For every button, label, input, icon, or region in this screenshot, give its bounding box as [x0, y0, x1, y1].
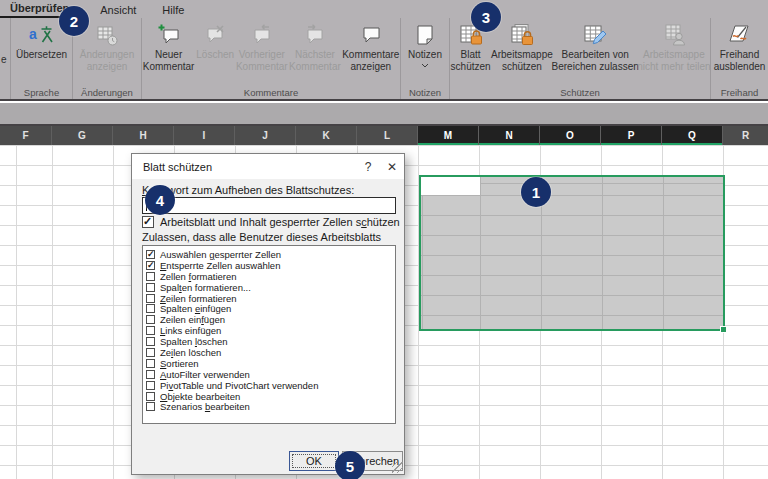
button-label: anzeigen — [87, 61, 128, 73]
list-item[interactable]: Zeilen löschen — [146, 347, 395, 358]
button-label: Nächster — [295, 49, 335, 61]
column-header-p[interactable]: P — [601, 126, 662, 145]
button-label: schützen — [502, 61, 542, 73]
list-item[interactable]: Entsperrte Zellen auswählen — [146, 260, 395, 271]
neuer-kommentar-button[interactable]: Neuer Kommentar — [142, 21, 195, 73]
list-item[interactable]: Spalten formatieren... — [146, 282, 395, 293]
button-label: Löschen — [196, 49, 234, 61]
column-header-j[interactable]: J — [235, 126, 296, 145]
option-checkbox[interactable] — [146, 348, 155, 357]
option-label: Sortieren — [160, 358, 199, 369]
option-checkbox[interactable] — [146, 326, 155, 335]
option-checkbox[interactable] — [146, 359, 155, 368]
password-input[interactable] — [142, 197, 396, 214]
button-label: Kommentar — [143, 61, 195, 73]
selected-range[interactable] — [419, 175, 725, 331]
protect-contents-checkbox-row[interactable]: Arbeitsblatt und Inhalt gesperrter Zelle… — [142, 216, 400, 228]
option-checkbox[interactable] — [146, 250, 155, 259]
option-label: Zeilen einfügen — [160, 314, 225, 325]
button-label: Arbeitsmappe — [643, 49, 705, 61]
unshare-workbook-icon — [661, 23, 687, 47]
annotation-step-3: 3 — [471, 2, 501, 32]
list-item[interactable]: Zeilen einfügen — [146, 314, 395, 325]
option-checkbox[interactable] — [146, 261, 155, 270]
option-label: Spalten formatieren... — [160, 282, 251, 293]
ribbon-tabs: Überprüfen Ansicht Hilfe — [0, 0, 768, 18]
option-label: Entsperrte Zellen auswählen — [160, 260, 280, 271]
column-header-f[interactable]: F — [0, 126, 52, 145]
ribbon: Überprüfen Ansicht Hilfe e a Übersetzen — [0, 0, 768, 101]
arbeitsmappe-schuetzen-button[interactable]: Arbeitsmappe schützen — [491, 21, 552, 73]
permissions-listbox[interactable]: Auswählen gesperrter Zellen Entsperrte Z… — [142, 245, 396, 424]
tab-ansicht[interactable]: Ansicht — [87, 2, 149, 18]
option-checkbox[interactable] — [146, 283, 155, 292]
notizen-button[interactable]: Notizen — [406, 21, 444, 69]
column-header-h[interactable]: H — [113, 126, 174, 145]
list-item[interactable]: Auswählen gesperrter Zellen — [146, 249, 395, 260]
option-checkbox[interactable] — [146, 370, 155, 379]
option-checkbox[interactable] — [146, 402, 155, 411]
fill-handle[interactable] — [720, 326, 727, 333]
list-item[interactable]: AutoFilter verwenden — [146, 369, 395, 380]
column-header-q[interactable]: Q — [662, 126, 723, 145]
vorheriger-kommentar-button: Vorheriger Kommentar — [235, 21, 288, 73]
list-item[interactable]: Spalten löschen — [146, 336, 395, 347]
column-header-r[interactable]: R — [723, 126, 768, 145]
active-cell[interactable] — [421, 177, 480, 195]
list-item[interactable]: Links einfügen — [146, 325, 395, 336]
list-item[interactable]: Sortieren — [146, 358, 395, 369]
next-comment-icon — [302, 23, 328, 47]
dialog-help-button[interactable]: ? — [356, 154, 380, 179]
svg-text:a: a — [29, 26, 37, 42]
resize-grip[interactable] — [392, 462, 403, 473]
annotation-step-4: 4 — [145, 185, 175, 215]
list-item[interactable]: Spalten einfügen — [146, 303, 395, 314]
group-label-kommentare: Kommentare — [142, 87, 400, 98]
button-label: nicht mehr teilen — [637, 61, 710, 73]
new-comment-icon — [156, 23, 182, 47]
list-item[interactable]: Zellen formatieren — [146, 271, 395, 282]
column-header-o[interactable]: O — [540, 126, 601, 145]
freihand-ausblenden-button[interactable]: Freihand ausblenden — [712, 21, 768, 73]
button-label: schützen — [451, 61, 491, 73]
ok-button[interactable]: OK — [289, 451, 339, 471]
list-item[interactable]: PivotTable und PivotChart verwenden — [146, 380, 395, 391]
option-checkbox[interactable] — [146, 304, 155, 313]
column-header-n[interactable]: N — [479, 126, 540, 145]
list-item[interactable]: Objekte bearbeiten — [146, 391, 395, 402]
column-header-m[interactable]: M — [418, 126, 479, 145]
option-label: Auswählen gesperrter Zellen — [160, 249, 281, 260]
column-header-i[interactable]: I — [174, 126, 235, 145]
group-label-aenderungen: Änderungen — [73, 87, 141, 98]
option-checkbox[interactable] — [146, 392, 155, 401]
option-label: Objekte bearbeiten — [160, 391, 240, 402]
option-checkbox[interactable] — [146, 272, 155, 281]
option-checkbox[interactable] — [146, 294, 155, 303]
annotation-step-1: 1 — [521, 177, 551, 207]
excel-window: Überprüfen Ansicht Hilfe e a Übersetzen — [0, 0, 768, 479]
column-header-k[interactable]: K — [296, 126, 357, 145]
tab-hilfe[interactable]: Hilfe — [149, 2, 197, 18]
button-label: Freihand — [720, 49, 759, 61]
option-label: Spalten löschen — [160, 336, 228, 347]
option-checkbox[interactable] — [146, 381, 155, 390]
option-label: AutoFilter verwenden — [160, 369, 250, 380]
ribbon-group-kommentare: Neuer Kommentar Löschen Vorheriger — [142, 18, 401, 99]
bearbeiten-von-bereichen-zulassen-button[interactable]: Bearbeiten von Bereichen zulassen — [553, 21, 638, 73]
dialog-close-button[interactable]: ✕ — [380, 154, 404, 179]
kommentare-anzeigen-button[interactable]: Kommentare anzeigen — [342, 21, 400, 73]
list-item[interactable]: Szenarios bearbeiten — [146, 401, 395, 412]
notes-icon — [412, 23, 438, 47]
previous-comment-icon — [249, 23, 275, 47]
option-checkbox[interactable] — [146, 337, 155, 346]
button-label: Kommentar — [289, 61, 341, 73]
clipped-button-label: e — [1, 54, 7, 65]
loeschen-button: Löschen — [195, 21, 235, 62]
list-item[interactable]: Zeilen formatieren — [146, 293, 395, 304]
option-checkbox[interactable] — [146, 315, 155, 324]
protect-contents-checkbox[interactable] — [142, 216, 154, 228]
column-header-g[interactable]: G — [52, 126, 113, 145]
column-header-l[interactable]: L — [357, 126, 418, 145]
allow-edit-ranges-icon — [582, 23, 608, 47]
arbeitsmappe-nicht-mehr-teilen-button: Arbeitsmappe nicht mehr teilen — [638, 21, 710, 73]
